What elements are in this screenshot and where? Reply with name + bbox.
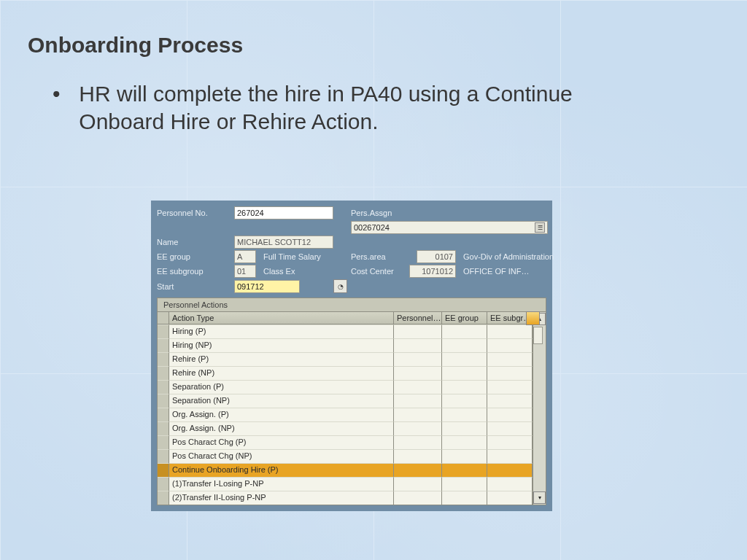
table-row[interactable]: Rehire (NP) (158, 366, 533, 380)
table-row[interactable]: Org. Assign. (NP) (158, 421, 533, 435)
cell-ee-group (442, 449, 487, 463)
label-ee-subgroup: EE subgroup (157, 267, 234, 276)
label-personnel-no: Personnel No. (157, 209, 234, 217)
cell-action-type: Separation (P) (169, 380, 394, 394)
row-handle[interactable] (158, 477, 169, 491)
cell-personnel (394, 463, 442, 477)
cell-ee-group (442, 352, 487, 366)
cell-ee-group (442, 408, 487, 421)
vertical-scrollbar[interactable]: ▴ ▾ (533, 312, 546, 505)
field-name: MICHAEL SCOTT12 (234, 236, 333, 249)
field-ee-group-code: A (234, 250, 256, 263)
table-row[interactable]: Rehire (P) (158, 352, 533, 366)
cell-ee-subgr (487, 463, 533, 477)
cell-action-type: Hiring (P) (169, 324, 394, 338)
table-row[interactable]: Hiring (P) (158, 324, 533, 338)
pers-area-text: Gov-Div of Administration (460, 252, 548, 261)
cell-ee-group (442, 435, 487, 449)
cell-ee-group (442, 338, 487, 352)
field-pers-area-code: 0107 (417, 250, 456, 263)
cell-action-type: (1)Transfer I-Losing P-NP (169, 477, 394, 491)
label-cost-center: Cost Center (351, 267, 411, 276)
cell-ee-group (442, 421, 487, 435)
configure-columns-icon[interactable] (526, 311, 540, 325)
panel-title: Personnel Actions (157, 298, 546, 311)
cell-action-type: Pos Charact Chg (P) (169, 435, 394, 449)
row-handle[interactable] (158, 463, 169, 477)
table-row[interactable]: Separation (NP) (158, 394, 533, 408)
cell-personnel (394, 366, 442, 380)
cell-ee-subgr (487, 477, 533, 491)
cell-ee-group (442, 477, 487, 491)
field-start-date[interactable]: 091712 (234, 280, 300, 293)
cell-action-type: Org. Assign. (P) (169, 408, 394, 421)
table-row[interactable]: (2)Transfer II-Losing P-NP (158, 491, 533, 505)
cell-action-type: Continue Onboarding Hire (P) (169, 463, 394, 477)
cell-action-type: (2)Transfer II-Losing P-NP (169, 491, 394, 505)
col-ee-group[interactable]: EE group (442, 312, 487, 324)
field-ee-subgroup-code: 01 (234, 265, 256, 278)
col-select (158, 312, 169, 324)
row-handle[interactable] (158, 380, 169, 394)
row-handle[interactable] (158, 324, 169, 338)
label-pers-assgn: Pers.Assgn (351, 209, 411, 217)
cell-action-type: Hiring (NP) (169, 338, 394, 352)
pers-assgn-value: 00267024 (354, 223, 390, 232)
cell-ee-subgr (487, 435, 533, 449)
field-cost-center-code: 1071012 (409, 265, 456, 278)
field-pers-assgn[interactable]: 00267024 ☰ (351, 221, 548, 234)
cell-ee-subgr (487, 324, 533, 338)
row-handle[interactable] (158, 491, 169, 505)
row-handle[interactable] (158, 338, 169, 352)
table-row[interactable]: Pos Charact Chg (NP) (158, 449, 533, 463)
cell-ee-subgr (487, 366, 533, 380)
scroll-down-icon[interactable]: ▾ (533, 491, 546, 504)
field-personnel-no[interactable]: 267024 (234, 206, 333, 219)
scroll-thumb[interactable] (533, 327, 543, 344)
cell-personnel (394, 380, 442, 394)
table-row[interactable]: Pos Charact Chg (P) (158, 435, 533, 449)
cell-ee-subgr (487, 352, 533, 366)
cell-action-type: Separation (NP) (169, 394, 394, 408)
row-handle[interactable] (158, 449, 169, 463)
table-row[interactable]: Separation (P) (158, 380, 533, 394)
sap-panel: Personnel No. 267024 Pers.Assgn 00267024… (151, 201, 552, 511)
cell-ee-group (442, 366, 487, 380)
row-handle[interactable] (158, 435, 169, 449)
ee-group-text: Full Time Salary (260, 252, 333, 261)
label-ee-group: EE group (157, 252, 234, 261)
cell-personnel (394, 408, 442, 421)
cell-action-type: Rehire (NP) (169, 366, 394, 380)
cell-ee-group (442, 491, 487, 505)
table-row[interactable]: (1)Transfer I-Losing P-NP (158, 477, 533, 491)
personnel-actions-panel: Personnel Actions Action Type Personnel…… (151, 298, 552, 511)
row-handle[interactable] (158, 366, 169, 380)
ee-subgroup-text: Class Ex (260, 267, 333, 276)
cell-ee-subgr (487, 449, 533, 463)
cell-ee-subgr (487, 380, 533, 394)
cell-action-type: Rehire (P) (169, 352, 394, 366)
bullet-dot: • (53, 80, 73, 108)
table-row[interactable]: Org. Assign. (P) (158, 408, 533, 421)
cell-ee-subgr (487, 491, 533, 505)
table-row[interactable]: Continue Onboarding Hire (P) (158, 463, 533, 477)
row-handle[interactable] (158, 352, 169, 366)
cell-personnel (394, 477, 442, 491)
col-personnel[interactable]: Personnel… (394, 312, 442, 324)
cell-personnel (394, 352, 442, 366)
slide-title: Onboarding Process (28, 33, 243, 58)
row-handle[interactable] (158, 421, 169, 435)
cell-action-type: Pos Charact Chg (NP) (169, 449, 394, 463)
table-row[interactable]: Hiring (NP) (158, 338, 533, 352)
col-action-type[interactable]: Action Type (169, 312, 394, 324)
row-handle[interactable] (158, 394, 169, 408)
cell-personnel (394, 394, 442, 408)
dropdown-icon[interactable]: ☰ (535, 222, 545, 233)
row-handle[interactable] (158, 408, 169, 421)
cost-center-text: OFFICE OF INF… (460, 267, 548, 276)
grid-header: Action Type Personnel… EE group EE subgr… (158, 312, 533, 324)
calendar-icon[interactable]: ◔ (333, 279, 347, 293)
label-pers-area: Pers.area (351, 252, 411, 261)
cell-ee-group (442, 380, 487, 394)
label-name: Name (157, 238, 234, 246)
